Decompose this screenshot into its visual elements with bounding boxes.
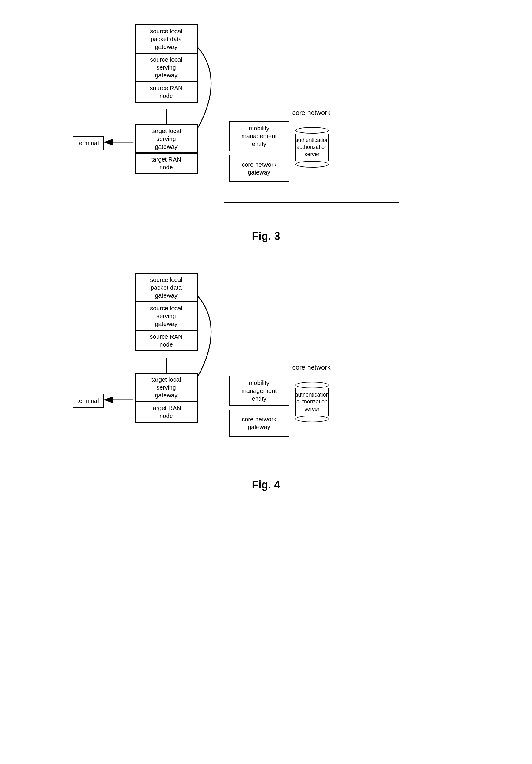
mme-box-4: mobility management entity (229, 376, 289, 406)
gateway-box-3: core network gateway (229, 155, 289, 182)
mme-label-4: mobility management entity (238, 377, 280, 404)
cylinder-top-4 (295, 382, 329, 388)
core-inner-row-4: mobility management entity core network … (225, 373, 399, 440)
source-ran-node-3: source RAN node (135, 82, 198, 102)
fig4-label: Fig. 4 (55, 478, 478, 491)
core-inner-boxes-3: mobility management entity core network … (229, 121, 289, 182)
terminal-4: terminal (73, 394, 104, 408)
core-network-label-4: core network (225, 361, 399, 373)
target-stack-4: target local serving gateway target RAN … (135, 373, 198, 423)
gateway-label-3: core network gateway (239, 159, 279, 178)
cylinder-bottom-3 (295, 161, 329, 168)
target-ran-node-3: target RAN node (135, 153, 198, 174)
source-ran-label-3: source RAN node (136, 82, 197, 101)
core-network-label-3: core network (225, 106, 399, 118)
aas-cylinder-4: authentication authorization server (295, 382, 329, 422)
diagram-3-area: source local packet data gateway source … (55, 12, 478, 224)
target-stack-3: target local serving gateway target RAN … (135, 124, 198, 174)
fig3-label: Fig. 3 (55, 230, 478, 243)
source-packet-data-gateway-4: source local packet data gateway (135, 274, 198, 302)
target-ran-label-3: target RAN node (136, 154, 197, 173)
source-pdg-label-4: source local packet data gateway (136, 274, 197, 301)
terminal-3: terminal (73, 136, 104, 150)
figure-3-container: source local packet data gateway source … (55, 12, 478, 243)
mme-label-3: mobility management entity (238, 122, 280, 150)
source-serving-gateway-4: source local serving gateway (135, 302, 198, 330)
source-ran-node-4: source RAN node (135, 330, 198, 351)
source-sg-label-4: source local serving gateway (136, 302, 197, 330)
terminal-label-4: terminal (78, 397, 99, 404)
target-sg-label-4: target local serving gateway (136, 374, 197, 401)
source-packet-data-gateway-3: source local packet data gateway (135, 25, 198, 53)
source-stack-4: source local packet data gateway source … (135, 273, 198, 351)
mme-box-3: mobility management entity (229, 121, 289, 151)
source-pdg-label-3: source local packet data gateway (136, 25, 197, 53)
target-serving-gateway-4: target local serving gateway (135, 373, 198, 402)
source-serving-gateway-3: source local serving gateway (135, 53, 198, 82)
core-network-box-4: core network mobility management entity … (224, 360, 399, 457)
source-ran-label-4: source RAN node (136, 331, 197, 350)
aas-label-4: authentication authorization server (295, 388, 329, 416)
terminal-label-3: terminal (78, 140, 99, 146)
diagram-4-area: source local packet data gateway source … (55, 261, 478, 473)
figure-4-container: source local packet data gateway source … (55, 261, 478, 491)
target-serving-gateway-3: target local serving gateway (135, 124, 198, 153)
cylinder-top-3 (295, 127, 329, 134)
gateway-label-4: core network gateway (239, 414, 279, 433)
gateway-box-4: core network gateway (229, 410, 289, 437)
target-sg-label-3: target local serving gateway (136, 125, 197, 152)
target-ran-node-4: target RAN node (135, 402, 198, 422)
source-stack-3: source local packet data gateway source … (135, 24, 198, 103)
core-network-box-3: core network mobility management entity … (224, 106, 399, 203)
aas-label-3: authentication authorization server (295, 134, 329, 161)
source-sg-label-3: source local serving gateway (136, 54, 197, 81)
cylinder-bottom-4 (295, 416, 329, 422)
aas-cylinder-3: authentication authorization server (295, 127, 329, 168)
core-inner-boxes-4: mobility management entity core network … (229, 376, 289, 437)
target-ran-label-4: target RAN node (136, 402, 197, 422)
core-inner-row-3: mobility management entity core network … (225, 118, 399, 185)
